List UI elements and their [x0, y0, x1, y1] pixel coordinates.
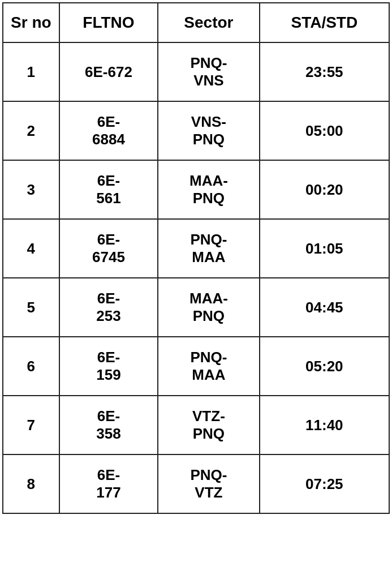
cell-srno: 7	[3, 396, 59, 454]
cell-fltno: 6E- 177	[59, 454, 158, 513]
table-row: 66E- 159PNQ- MAA05:20	[3, 337, 389, 396]
cell-sta: 00:20	[260, 160, 389, 219]
header-sta: STA/STD	[260, 3, 389, 42]
cell-sta: 05:20	[260, 337, 389, 396]
cell-sector: VNS- PNQ	[158, 101, 259, 160]
table-row: 46E- 6745PNQ- MAA01:05	[3, 219, 389, 278]
flight-table: Sr no FLTNO Sector STA/STD 16E-672PNQ- V…	[2, 2, 390, 514]
cell-srno: 8	[3, 454, 59, 513]
cell-fltno: 6E- 358	[59, 396, 158, 454]
table-row: 56E- 253MAA- PNQ04:45	[3, 278, 389, 337]
table-row: 36E- 561MAA- PNQ00:20	[3, 160, 389, 219]
cell-sector: PNQ- MAA	[158, 219, 259, 278]
cell-srno: 4	[3, 219, 59, 278]
header-sector: Sector	[158, 3, 259, 42]
cell-sta: 11:40	[260, 396, 389, 454]
cell-srno: 5	[3, 278, 59, 337]
cell-fltno: 6E- 561	[59, 160, 158, 219]
cell-fltno: 6E- 6884	[59, 101, 158, 160]
cell-sector: MAA- PNQ	[158, 160, 259, 219]
cell-srno: 6	[3, 337, 59, 396]
table-row: 26E- 6884VNS- PNQ05:00	[3, 101, 389, 160]
cell-fltno: 6E-672	[59, 42, 158, 101]
table-row: 86E- 177PNQ- VTZ07:25	[3, 454, 389, 513]
cell-sta: 01:05	[260, 219, 389, 278]
table-row: 16E-672PNQ- VNS23:55	[3, 42, 389, 101]
cell-srno: 3	[3, 160, 59, 219]
cell-srno: 1	[3, 42, 59, 101]
cell-sector: PNQ- VTZ	[158, 454, 259, 513]
table-row: 76E- 358VTZ- PNQ11:40	[3, 396, 389, 454]
cell-sector: PNQ- VNS	[158, 42, 259, 101]
cell-fltno: 6E- 253	[59, 278, 158, 337]
cell-fltno: 6E- 6745	[59, 219, 158, 278]
cell-fltno: 6E- 159	[59, 337, 158, 396]
cell-sta: 07:25	[260, 454, 389, 513]
cell-sector: PNQ- MAA	[158, 337, 259, 396]
cell-srno: 2	[3, 101, 59, 160]
cell-sta: 05:00	[260, 101, 389, 160]
cell-sector: VTZ- PNQ	[158, 396, 259, 454]
cell-sta: 04:45	[260, 278, 389, 337]
cell-sector: MAA- PNQ	[158, 278, 259, 337]
header-srno: Sr no	[3, 3, 59, 42]
cell-sta: 23:55	[260, 42, 389, 101]
header-fltno: FLTNO	[59, 3, 158, 42]
